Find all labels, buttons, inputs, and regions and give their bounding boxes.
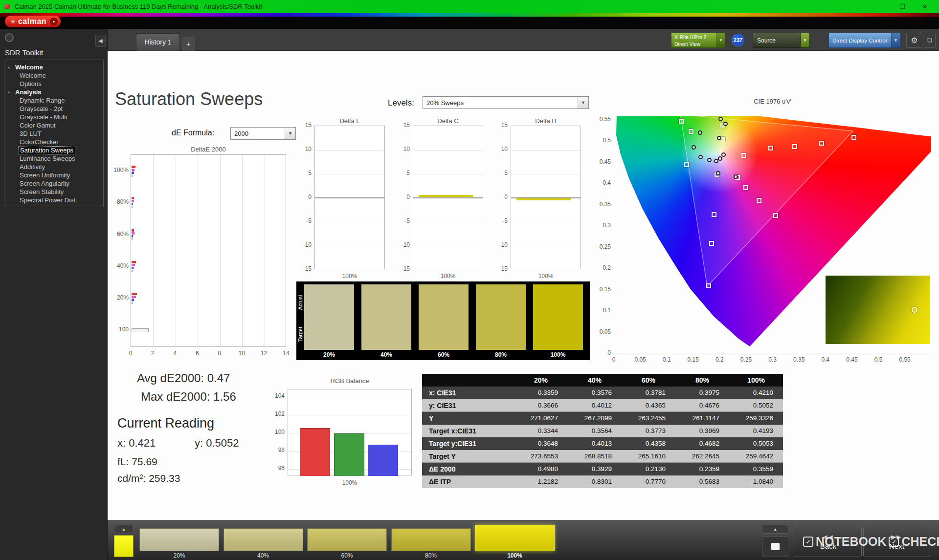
sidebar-item-options[interactable]: Options xyxy=(4,80,103,88)
sidebar-collapse-button[interactable]: ◀ xyxy=(95,35,106,47)
patch-button-40[interactable] xyxy=(224,528,303,551)
target-marker xyxy=(712,212,716,217)
axis-tick-label: 0 xyxy=(296,194,312,200)
axis-tick-label: 60% xyxy=(108,231,129,237)
patch-button-label: 60% xyxy=(307,552,387,559)
sidebar-item-analysis[interactable]: ▴Analysis xyxy=(4,88,103,96)
table-cell: 271.0627 xyxy=(514,412,568,424)
sweep-swatch xyxy=(419,284,469,350)
axis-tick-label: -10 xyxy=(394,241,410,248)
levels-dropdown[interactable]: 20% Sweeps ▼ xyxy=(423,96,589,109)
de-bar xyxy=(132,197,134,199)
chevron-down-icon[interactable]: ▼ xyxy=(716,33,725,47)
sidebar-item-screen-angularity[interactable]: Screen Angularity xyxy=(4,179,103,188)
sidebar-item-luminance-sweeps[interactable]: Luminance Sweeps xyxy=(4,154,103,163)
target-marker xyxy=(743,185,748,190)
axis-tick-label: 0 xyxy=(394,194,410,200)
sidebar-item-dynamic-range[interactable]: Dynamic Range xyxy=(4,96,103,105)
axis-tick-label: 100% xyxy=(413,273,483,280)
patch-button-20[interactable] xyxy=(139,528,219,551)
sidebar-item-screen-stability[interactable]: Screen Stability xyxy=(4,188,103,196)
calman-logo-text: calman xyxy=(18,17,46,26)
axis-tick-label: 0.2 xyxy=(591,264,611,271)
up-arrow-icon: ▲ xyxy=(122,527,126,532)
patch-up-button[interactable]: ▲ xyxy=(114,525,134,533)
table-cell: 0.3666 xyxy=(514,399,568,411)
gridline xyxy=(413,150,483,151)
deltae-chart xyxy=(131,154,286,347)
chevron-down-icon[interactable]: ▼ xyxy=(891,33,900,47)
table-cell: 0.5683 xyxy=(675,475,729,488)
delta-chart-plot xyxy=(413,126,483,269)
target-marker xyxy=(679,119,684,124)
target-marker xyxy=(757,198,761,203)
sweep-swatch-label: 80% xyxy=(476,351,526,358)
axis-tick-label: 98 xyxy=(267,447,285,453)
current-patch-swatch[interactable] xyxy=(114,535,134,557)
axis-tick-label: 96 xyxy=(267,465,285,472)
de-bar xyxy=(132,206,133,208)
layout-icon: ❏ xyxy=(927,37,932,43)
measurement-line xyxy=(516,198,571,200)
sidebar-item-welcome[interactable]: Welcome xyxy=(4,71,103,80)
reading-fl: fL: 75.69 xyxy=(117,456,157,468)
sidebar-item-welcome[interactable]: ▴Welcome xyxy=(4,63,103,71)
sidebar-item-saturation-sweeps[interactable]: Saturation Sweeps xyxy=(4,146,103,154)
sidebar-item-additivity[interactable]: Additivity xyxy=(4,163,103,171)
table-cell: 0.4210 xyxy=(729,387,783,399)
meter-panel-up-button[interactable]: ▲ xyxy=(762,525,788,534)
meter-selector[interactable]: X-Rite i1Pro 2 Direct View ▼ xyxy=(671,33,725,48)
window-titlebar: Calman 2025 Calman Ultimate for Business… xyxy=(0,0,939,13)
sidebar-item-screen-uniformity[interactable]: Screen Uniformity xyxy=(4,171,103,179)
display-control-selector[interactable]: Direct Display Control ▼ xyxy=(828,33,900,48)
meter-status-badge[interactable]: 237 xyxy=(732,34,744,46)
sidebar-item-grayscale-multi[interactable]: Grayscale - Multi xyxy=(4,113,103,121)
sidebar-item-label: Saturation Sweeps xyxy=(18,146,75,154)
axis-tick-label: -15 xyxy=(492,265,508,272)
gridline xyxy=(413,222,483,222)
workspace-layout-button[interactable]: ❏ xyxy=(924,33,936,48)
axis-tick-label: 80% xyxy=(108,198,129,205)
source-selector[interactable]: Source ▼ xyxy=(753,33,810,48)
sweep-swatch xyxy=(476,284,526,350)
table-cell: 0.3773 xyxy=(622,425,675,437)
patch-button-80[interactable] xyxy=(391,528,471,551)
tab-history-1[interactable]: History 1 xyxy=(136,33,180,51)
sidebar-home-button[interactable] xyxy=(5,33,14,42)
rainbow-gradient-bar xyxy=(0,13,939,17)
sidebar-item-color-gamut[interactable]: Color Gamut xyxy=(4,121,103,129)
sidebar-item-3d-lut[interactable]: 3D LUT xyxy=(4,129,103,138)
close-button[interactable]: ✕ xyxy=(914,0,936,13)
maximize-icon: ❐ xyxy=(899,3,905,10)
target-marker xyxy=(706,283,711,288)
sidebar-item-colorchecker[interactable]: ColorChecker xyxy=(4,138,103,146)
chevron-down-icon[interactable]: ▼ xyxy=(800,33,809,47)
gridline xyxy=(288,397,411,397)
axis-tick-label: 5 xyxy=(394,170,410,176)
table-cell: 263.2455 xyxy=(622,412,675,424)
settings-button[interactable]: ⚙ xyxy=(906,33,922,48)
table-header-cell: 40% xyxy=(568,374,622,387)
axis-tick-label: 100% xyxy=(314,273,385,280)
patch-button-100[interactable] xyxy=(475,525,555,551)
axis-tick-label: 0.4 xyxy=(816,356,835,363)
de-bar xyxy=(132,261,136,263)
cie-zoom-inset xyxy=(826,276,930,344)
axis-tick-label: 0.35 xyxy=(591,201,611,208)
stop-measure-button[interactable] xyxy=(762,536,788,557)
add-tab-button[interactable]: + xyxy=(182,37,195,51)
gridline xyxy=(153,155,154,347)
measured-marker xyxy=(734,174,738,179)
patch-button-60[interactable] xyxy=(307,528,387,551)
delta-chart-title: Delta L xyxy=(314,117,385,125)
maximize-button[interactable]: ❐ xyxy=(891,0,914,13)
de-formula-dropdown[interactable]: 2000 ▼ xyxy=(230,127,296,140)
gridline xyxy=(511,246,581,246)
sidebar-item-spectral-power-dist[interactable]: Spectral Power Dist. xyxy=(4,196,103,204)
axis-tick-label: 0.5 xyxy=(591,137,611,144)
calman-logo-menu[interactable]: ✳ calman ▼ xyxy=(5,16,61,27)
table-header-row: 20%40%60%80%100% xyxy=(422,374,783,387)
minimize-button[interactable]: – xyxy=(869,0,891,13)
table-cell: 0.4012 xyxy=(568,399,622,411)
sidebar-item-grayscale-2pt[interactable]: Grayscale - 2pt xyxy=(4,105,103,113)
